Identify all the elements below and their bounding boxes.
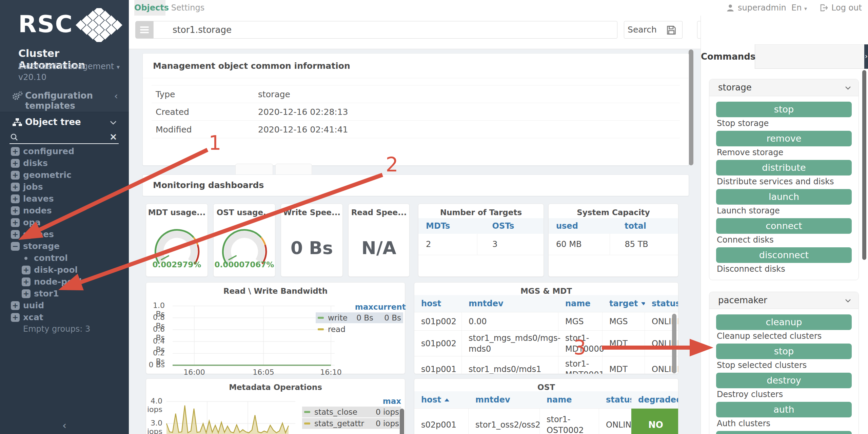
command-description: Disconnect disks: [717, 264, 852, 274]
logout-button[interactable]: Log out: [831, 0, 862, 16]
collapse-icon[interactable]: [11, 242, 20, 251]
pacemaker-partial-button[interactable]: [716, 431, 852, 434]
command-description: Remove storage: [717, 148, 852, 157]
legend-scrollbar[interactable]: [400, 409, 404, 434]
col-header-name[interactable]: name: [540, 391, 599, 408]
tree-item-disk-pool[interactable]: disk-pool: [0, 264, 129, 276]
dashboard-tab-stub[interactable]: [235, 164, 273, 175]
tab-settings[interactable]: Settings: [170, 0, 205, 16]
storage-launch-button[interactable]: launch: [716, 189, 852, 205]
panel-mgs-mdt: MGS & MDT host mntdev name target status…: [414, 282, 678, 374]
storage-connect-button[interactable]: connect: [716, 218, 852, 234]
expand-icon[interactable]: [11, 218, 20, 227]
tree-item-stor1[interactable]: stor1: [0, 288, 129, 300]
tree-item-disks[interactable]: disks: [0, 158, 129, 169]
hamburger-icon: [140, 26, 149, 28]
sidebar-item-object-tree[interactable]: Object tree: [0, 115, 129, 130]
panel-collapse-button[interactable]: ›: [864, 44, 868, 69]
language-select[interactable]: En ▾: [791, 0, 807, 16]
sidebar-item-configuration-templates[interactable]: Configuration templates ‹: [0, 87, 129, 105]
storage-distribute-button[interactable]: distribute: [716, 160, 852, 175]
col-header-degraded[interactable]: degraded: [631, 391, 678, 408]
accordion-header-storage[interactable]: storage: [709, 79, 859, 96]
expand-icon[interactable]: [22, 277, 31, 286]
tree-item-node-pool[interactable]: node-pool: [0, 276, 129, 288]
storage-disconnect-button[interactable]: disconnect: [716, 247, 852, 263]
tab-commands[interactable]: Commands: [701, 44, 755, 69]
pacemaker-auth-button[interactable]: auth: [716, 402, 852, 417]
legend-item-stats-close[interactable]: stats_close 0 iops: [302, 407, 401, 417]
col-header-host[interactable]: host: [414, 295, 462, 312]
expand-icon[interactable]: [11, 301, 20, 310]
command-description: Distribute services and disks: [717, 177, 852, 186]
topbar: Objects Settings superadmin En ▾ Log out: [129, 0, 868, 16]
osts-value: 3: [477, 234, 544, 255]
tree-search-input[interactable]: ×: [9, 132, 119, 144]
stats-getattr-swatch-icon: [304, 422, 310, 425]
expand-icon[interactable]: [11, 183, 20, 191]
pacemaker-cleanup-button[interactable]: cleanup: [716, 314, 852, 330]
col-header-host[interactable]: host: [414, 391, 469, 408]
legend-item-write[interactable]: write 0 Bs 0 Bs: [316, 312, 403, 323]
accordion-header-pacemaker[interactable]: pacemaker: [709, 292, 859, 309]
pacemaker-destroy-button[interactable]: destroy: [716, 373, 852, 388]
tree-item-control[interactable]: control: [0, 252, 129, 264]
expand-icon[interactable]: [11, 194, 20, 203]
tab-objects[interactable]: Objects: [134, 0, 165, 16]
user-menu[interactable]: superadmin: [738, 0, 786, 16]
col-header-status[interactable]: status: [645, 295, 678, 312]
tree-item-spines[interactable]: spines: [0, 229, 129, 241]
command-description: Stop selected clusters: [717, 360, 852, 370]
main-scrollbar[interactable]: [689, 49, 693, 165]
col-header-name[interactable]: name: [558, 295, 603, 312]
menu-hamburger-button[interactable]: [135, 21, 153, 39]
commands-panel: Commands › storage stop Stop storage rem…: [701, 16, 868, 434]
info-panel-title: Management object common information: [153, 61, 350, 71]
tree-item-jobs[interactable]: jobs: [0, 181, 129, 193]
expand-icon[interactable]: [22, 266, 31, 274]
chevron-down-icon: ▾: [117, 63, 120, 70]
pacemaker-stop-button[interactable]: stop: [716, 344, 852, 359]
chevron-left-icon: ‹: [114, 90, 118, 102]
col-header-mntdev[interactable]: mntdev: [462, 295, 558, 312]
expand-icon[interactable]: [11, 206, 20, 215]
legend-item-stats-getattr[interactable]: stats_getattr 0 iops: [302, 418, 401, 429]
search-input[interactable]: [153, 21, 617, 39]
storage-stop-button[interactable]: stop: [716, 102, 852, 117]
tree-item-storage[interactable]: storage: [0, 241, 129, 252]
tree-item-configured[interactable]: configured: [0, 146, 129, 158]
col-header-osts: OSTs: [477, 218, 544, 234]
tree-item-opa[interactable]: opa: [0, 217, 129, 229]
table-cell: MDT: [603, 356, 645, 374]
table-cell: s01p002: [414, 312, 462, 330]
empty-groups-label: Empty groups: 3: [23, 324, 90, 334]
info-panel: Management object common information Typ…: [142, 53, 689, 166]
col-header-mntdev[interactable]: mntdev: [469, 391, 540, 408]
edition-dropdown[interactable]: Extended management ▾: [18, 62, 120, 71]
dashboard-tab-stub[interactable]: [275, 164, 312, 175]
storage-remove-button[interactable]: remove: [716, 131, 852, 146]
expand-icon[interactable]: [11, 313, 20, 322]
expand-icon[interactable]: [11, 230, 20, 239]
col-header-target[interactable]: target: [603, 295, 645, 312]
legend-item-read[interactable]: read: [316, 324, 403, 335]
sidebar-collapse-button[interactable]: ‹: [0, 419, 129, 431]
search-button[interactable]: Search: [624, 21, 660, 39]
tree-item-xcat[interactable]: xcat: [0, 312, 129, 324]
tree-item-geometric[interactable]: geometric: [0, 169, 129, 181]
tree-item-uuid[interactable]: uuid: [0, 300, 129, 312]
table-scrollbar[interactable]: [672, 314, 676, 373]
expand-icon[interactable]: [11, 147, 20, 156]
expand-icon[interactable]: [22, 289, 31, 298]
tree-item-nodes[interactable]: nodes: [0, 205, 129, 217]
tree-item-leaves[interactable]: leaves: [0, 193, 129, 205]
expand-icon[interactable]: [11, 159, 20, 168]
table-cell: stor1-MDT0001: [558, 356, 603, 374]
col-header-status[interactable]: status: [599, 391, 631, 408]
clear-search-icon[interactable]: ×: [110, 131, 117, 142]
commands-scrollbar[interactable]: [862, 70, 866, 260]
dashboards-header: Monitoring dashboards: [142, 174, 689, 196]
leaf-dot-icon: [24, 257, 27, 260]
save-search-button[interactable]: [660, 21, 683, 39]
expand-icon[interactable]: [11, 171, 20, 180]
